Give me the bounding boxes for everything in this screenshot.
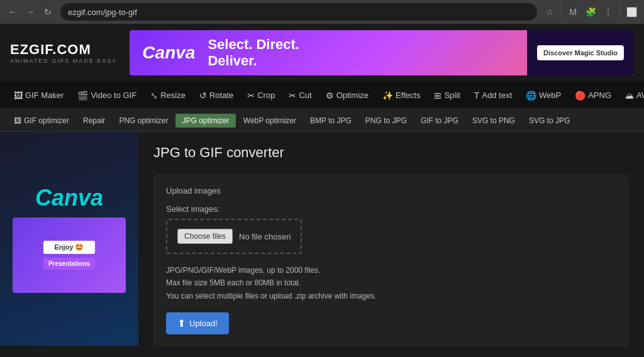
file-info-text: JPG/PNG/GIF/WebP images, up to 2000 file… xyxy=(166,264,616,302)
nav-item-crop[interactable]: ✂ Crop xyxy=(241,87,281,104)
sub-nav-item-repair[interactable]: Repair xyxy=(77,114,111,128)
nav-item-split[interactable]: ⊞ Split xyxy=(428,87,466,104)
sidebar-canva-logo: Canva xyxy=(35,185,103,211)
reload-button[interactable]: ↻ xyxy=(40,4,55,19)
sidebar-mockup: Enjoy 🤩 Presentations xyxy=(13,217,126,293)
ad-logo: Canva xyxy=(130,43,208,63)
sub-nav-label-png-to-jpg: PNG to JPG xyxy=(365,116,407,125)
nav-item-avif[interactable]: ⛰ AVIF xyxy=(619,87,644,104)
nav-label-optimize: Optimize xyxy=(336,91,369,100)
nav-item-cut[interactable]: ✂ Cut xyxy=(282,87,318,104)
file-input-area: Choose files No file chosen xyxy=(166,219,302,254)
sub-nav-label-gif-to-jpg: GIF to JPG xyxy=(421,116,458,125)
sub-nav-item-gif-optimizer[interactable]: 🖼 GIF optimizer xyxy=(8,114,75,128)
sub-nav-item-svg-to-png[interactable]: SVG to PNG xyxy=(466,114,521,128)
apng-icon: 🔴 xyxy=(575,91,586,101)
page-title: JPG to GIF converter xyxy=(153,145,629,161)
crop-icon: ✂ xyxy=(247,91,255,101)
optimize-icon: ⚙ xyxy=(326,91,334,101)
upload-button[interactable]: ⬆ Upload! xyxy=(166,312,229,334)
sub-nav: 🖼 GIF optimizer Repair PNG optimizer JPG… xyxy=(0,109,644,132)
nav-label-split: Split xyxy=(444,91,460,100)
file-info-line1: JPG/PNG/GIF/WebP images, up to 2000 file… xyxy=(166,266,320,275)
nav-item-apng[interactable]: 🔴 APNG xyxy=(569,87,618,104)
browser-actions: ☆ M 🧩 ⋮ ⬜ xyxy=(542,4,639,19)
rotate-icon: ↺ xyxy=(199,91,207,101)
sub-nav-label-repair: Repair xyxy=(83,116,105,125)
no-file-chosen-text: No file chosen xyxy=(239,232,291,241)
video-to-gif-icon: 🎬 xyxy=(77,91,88,101)
main-content: Canva Enjoy 🤩 Presentations JPG to GIF c… xyxy=(0,132,644,357)
sub-nav-label-webp-optimizer: WebP optimizer xyxy=(243,116,296,125)
ad-headline: Select. Direct.Deliver. xyxy=(208,36,299,70)
nav-item-resize[interactable]: ⤡ Resize xyxy=(144,87,192,104)
upload-box: Upload images Select images: Choose file… xyxy=(153,173,629,347)
sub-nav-label-svg-to-jpg: SVG to JPG xyxy=(529,116,570,125)
back-button[interactable]: ← xyxy=(5,4,20,19)
nav-item-gif-maker[interactable]: 🖼 GIF Maker xyxy=(8,87,70,104)
nav-label-add-text: Add text xyxy=(482,91,512,100)
sub-nav-item-bmp-to-jpg[interactable]: BMP to JPG xyxy=(304,114,358,128)
header-area: EZGIF.COM ANIMATED GIFS MADE EASY Canva … xyxy=(0,24,644,82)
site-logo: EZGIF.COM xyxy=(10,41,117,58)
address-bar[interactable] xyxy=(60,3,537,21)
sub-nav-item-png-to-jpg[interactable]: PNG to JPG xyxy=(359,114,413,128)
nav-label-effects: Effects xyxy=(396,91,421,100)
bookmark-button[interactable]: ☆ xyxy=(542,4,557,19)
nav-item-optimize[interactable]: ⚙ Optimize xyxy=(319,87,375,104)
sidebar-ad[interactable]: Canva Enjoy 🤩 Presentations xyxy=(0,132,138,357)
nav-buttons: ← → ↻ xyxy=(5,4,55,19)
nav-item-rotate[interactable]: ↺ Rotate xyxy=(193,87,240,104)
ad-right-section: Discover Magic Studio xyxy=(527,30,634,75)
effects-icon: ✨ xyxy=(382,91,393,101)
choose-files-button[interactable]: Choose files xyxy=(177,229,233,244)
split-icon: ⊞ xyxy=(434,91,441,101)
separator2 xyxy=(619,4,620,17)
add-text-icon: T xyxy=(474,91,480,101)
sub-nav-item-jpg-optimizer[interactable]: JPG optimizer xyxy=(175,114,235,128)
site-wrapper: EZGIF.COM ANIMATED GIFS MADE EASY Canva … xyxy=(0,24,644,357)
nav-label-rotate: Rotate xyxy=(209,91,233,100)
site-tagline: ANIMATED GIFS MADE EASY xyxy=(10,58,117,64)
nav-item-add-text[interactable]: T Add text xyxy=(468,87,518,104)
menu-button[interactable]: ⋮ xyxy=(601,4,616,19)
nav-label-apng: APNG xyxy=(588,91,611,100)
nav-label-video-to-gif: Video to GIF xyxy=(91,91,136,100)
window-button[interactable]: ⬜ xyxy=(624,4,639,19)
browser-toolbar: ← → ↻ ☆ M 🧩 ⋮ ⬜ xyxy=(0,0,644,24)
sub-nav-icon-gif: 🖼 xyxy=(14,116,21,125)
ad-banner[interactable]: Canva Select. Direct.Deliver. Discover M… xyxy=(130,30,634,75)
sub-nav-label-jpg-optimizer: JPG optimizer xyxy=(182,116,229,125)
upload-btn-label: Upload! xyxy=(189,319,218,328)
sub-nav-item-webp-optimizer[interactable]: WebP optimizer xyxy=(237,114,303,128)
sub-nav-item-gif-to-jpg[interactable]: GIF to JPG xyxy=(414,114,465,128)
webp-icon: 🌐 xyxy=(526,91,536,101)
file-info-line3: You can select multiple files or upload … xyxy=(166,292,376,300)
forward-button[interactable]: → xyxy=(23,4,38,19)
logo-area: EZGIF.COM ANIMATED GIFS MADE EASY xyxy=(10,41,117,64)
top-nav: 🖼 GIF Maker 🎬 Video to GIF ⤡ Resize ↺ Ro… xyxy=(0,82,644,109)
sub-nav-label-gif-optimizer: GIF optimizer xyxy=(24,116,69,125)
sub-nav-label-bmp-to-jpg: BMP to JPG xyxy=(310,116,352,125)
sub-nav-item-png-optimizer[interactable]: PNG optimizer xyxy=(113,114,174,128)
sub-nav-label-png-optimizer: PNG optimizer xyxy=(119,116,168,125)
profile-button[interactable]: M xyxy=(565,4,580,19)
nav-label-gif-maker: GIF Maker xyxy=(25,91,64,100)
sub-nav-item-svg-to-jpg[interactable]: SVG to JPG xyxy=(523,114,576,128)
nav-label-avif: AVIF xyxy=(636,91,644,100)
nav-item-effects[interactable]: ✨ Effects xyxy=(376,87,427,104)
upload-heading: Upload images xyxy=(166,186,616,195)
ad-cta-button[interactable]: Discover Magic Studio xyxy=(537,45,624,60)
nav-item-webp[interactable]: 🌐 WebP xyxy=(519,87,567,104)
nav-label-cut: Cut xyxy=(299,91,311,100)
cut-icon: ✂ xyxy=(289,91,296,101)
nav-item-video-to-gif[interactable]: 🎬 Video to GIF xyxy=(71,87,143,104)
page-content-area: JPG to GIF converter Upload images Selec… xyxy=(138,132,644,357)
gif-maker-icon: 🖼 xyxy=(14,91,23,101)
select-images-label: Select images: xyxy=(166,204,616,214)
sub-nav-label-svg-to-png: SVG to PNG xyxy=(472,116,515,125)
nav-label-resize: Resize xyxy=(160,91,186,100)
extensions-button[interactable]: 🧩 xyxy=(583,4,598,19)
file-info-line2: Max file size 5MB each or 80MB in total. xyxy=(166,278,301,287)
nav-label-crop: Crop xyxy=(257,91,275,100)
